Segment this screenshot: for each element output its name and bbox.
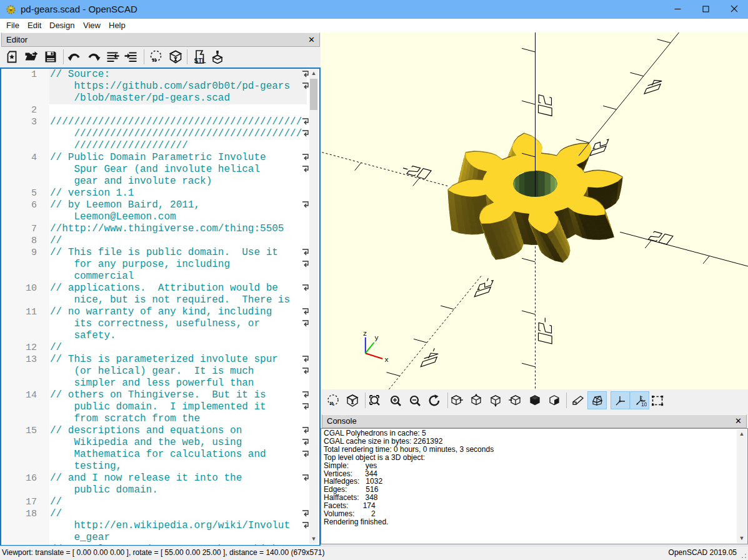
svg-text:z: z <box>363 330 367 338</box>
svg-text:»: » <box>152 54 157 64</box>
svg-text:»: » <box>329 398 334 408</box>
svg-text:x: x <box>384 356 389 364</box>
svg-text:10: 10 <box>641 401 647 408</box>
svg-text:STL: STL <box>194 57 206 64</box>
svg-text:y: y <box>374 334 379 342</box>
